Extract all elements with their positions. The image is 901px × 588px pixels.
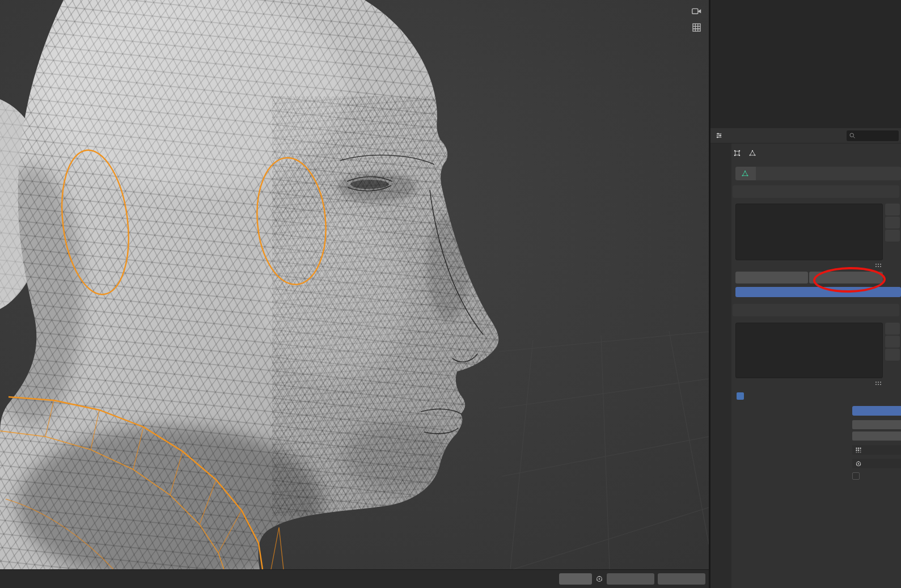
frame-end-field[interactable] [658, 573, 705, 585]
vertex-group-selector[interactable] [852, 445, 901, 455]
shape-keys-list [735, 323, 883, 378]
current-frame-field[interactable] [559, 573, 592, 585]
properties-icon [715, 132, 723, 139]
add-rest-row [852, 472, 864, 480]
mesh-name-field[interactable] [756, 167, 901, 180]
list-resize-grip[interactable] [875, 263, 882, 268]
shape-key-specials-button[interactable] [885, 349, 900, 361]
vertex-groups-header[interactable] [733, 185, 899, 198]
max-field[interactable] [852, 432, 901, 441]
add-rest-checkbox[interactable] [852, 472, 860, 480]
relative-to-selector[interactable] [852, 459, 901, 468]
search-icon [849, 132, 856, 139]
list-resize-grip[interactable] [875, 381, 882, 386]
keying-icon[interactable] [595, 575, 603, 583]
relative-checkbox-row [737, 392, 748, 400]
weight-slider[interactable] [735, 287, 901, 297]
viewport-3d[interactable] [0, 0, 709, 569]
add-vertex-group-button[interactable] [885, 204, 900, 215]
value-slider[interactable] [852, 406, 901, 416]
properties-panel [731, 143, 901, 588]
grid-view-icon[interactable] [691, 22, 702, 33]
shape-keys-side-buttons [885, 323, 900, 361]
mesh-data-icon [742, 170, 748, 177]
range-min-field[interactable] [852, 420, 901, 429]
editor-type-button[interactable] [715, 132, 725, 139]
shape-key-icon [855, 460, 862, 467]
camera-view-icon[interactable] [691, 6, 702, 16]
vertex-groups-side-buttons [885, 204, 900, 242]
frame-start-field[interactable] [607, 573, 654, 585]
breadcrumb [734, 148, 759, 158]
search-input[interactable] [847, 130, 899, 141]
vertex-group-icon [855, 447, 862, 454]
mesh-data-dropdown[interactable] [735, 167, 756, 180]
outliner [710, 0, 901, 128]
assign-button[interactable] [735, 272, 808, 284]
timeline[interactable] [0, 569, 709, 588]
shape-keys-header[interactable] [733, 304, 899, 316]
blender-window [0, 0, 901, 588]
remove-button[interactable] [809, 272, 883, 284]
properties-tab-strip [710, 143, 731, 588]
wireframe-head-render [0, 0, 709, 569]
properties-header [710, 128, 901, 143]
properties-editor [710, 128, 901, 588]
vertex-group-specials-button[interactable] [885, 230, 900, 242]
mesh-name-row [735, 167, 901, 180]
vertex-groups-list [735, 204, 883, 260]
remove-vertex-group-button[interactable] [885, 217, 900, 229]
relative-checkbox[interactable] [737, 392, 744, 400]
object-icon [734, 150, 741, 156]
mesh-data-icon [749, 150, 756, 156]
add-shape-key-button[interactable] [885, 323, 900, 335]
remove-shape-key-button[interactable] [885, 336, 900, 348]
